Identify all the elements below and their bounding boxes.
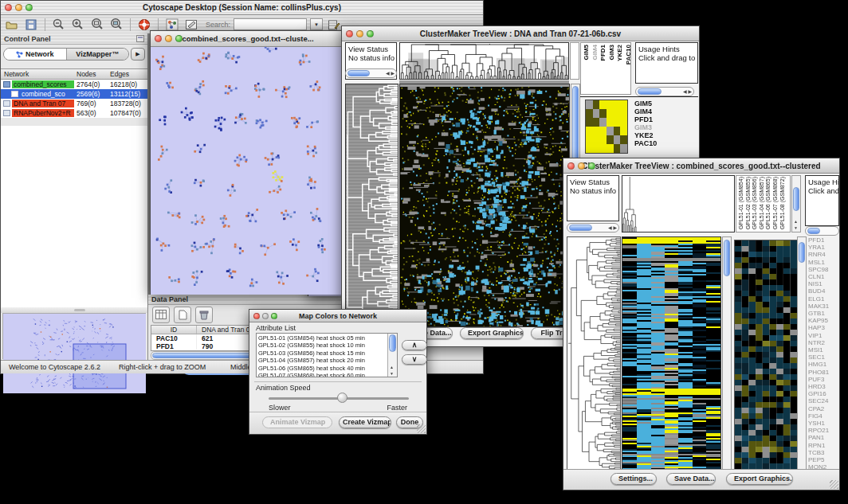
gene-label[interactable]: YRA1: [808, 244, 840, 251]
network-list-row[interactable]: RNAPuberNov2+R 563(0) 107847(0): [1, 108, 147, 118]
gene-label[interactable]: YSH1: [808, 420, 840, 427]
save-button[interactable]: [23, 18, 39, 32]
column-dendrogram-canvas[interactable]: [400, 43, 568, 79]
column-dendrogram-canvas[interactable]: [622, 176, 734, 232]
gene-label[interactable]: MSI1: [808, 346, 840, 354]
zoom-selected-icon[interactable]: [108, 18, 124, 32]
network-table-header[interactable]: Network Nodes Edges: [1, 68, 147, 80]
attribute-item[interactable]: GPL51-03 (GSM856) heat shock 15 min: [257, 350, 397, 357]
gene-label[interactable]: RPN1: [808, 442, 840, 449]
minimize-icon[interactable]: [578, 162, 585, 170]
gene-label[interactable]: MSL1: [808, 259, 840, 266]
gene-label[interactable]: RNR4: [808, 251, 840, 258]
network-view-canvas[interactable]: [151, 47, 345, 295]
tv1-heatmap-canvas[interactable]: [399, 84, 570, 327]
zoom-window-icon[interactable]: [588, 162, 595, 170]
gene-label[interactable]: SPC98: [808, 266, 840, 273]
gene-label[interactable]: HMG1: [808, 361, 840, 368]
resize-grip[interactable]: [830, 480, 838, 489]
gene-label[interactable]: VIP1: [808, 332, 840, 339]
attribute-item[interactable]: GPL51-07 (GSM868) heat shock 60 min: [257, 372, 397, 377]
row-dendrogram-canvas[interactable]: [345, 84, 398, 327]
animate-vizmap-button[interactable]: Animate Vizmap: [262, 416, 332, 428]
attribute-item[interactable]: GPL51-04 (GSM857) heat shock 20 min: [257, 357, 397, 364]
zoom-window-icon[interactable]: [367, 30, 374, 37]
gene-label[interactable]: GIM4: [634, 107, 657, 115]
close-icon[interactable]: [5, 4, 12, 11]
gene-label[interactable]: GTB1: [808, 310, 840, 317]
panel-splitter[interactable]: [1, 307, 147, 313]
close-icon[interactable]: [253, 313, 260, 319]
tv2-status-hscrollbar[interactable]: ◀ ▶: [567, 223, 619, 232]
treeview1-title-bar[interactable]: ClusterMaker TreeView : DNA and Tran 07-…: [342, 26, 699, 41]
tv2-global-vscrollbar[interactable]: [722, 236, 732, 471]
gene-label[interactable]: BUD4: [808, 287, 840, 295]
create-vizmap-button[interactable]: Create Vizmap: [339, 416, 391, 428]
minimize-icon[interactable]: [165, 35, 172, 42]
tv1-matrix-hscrollbar[interactable]: ◀ ▶: [635, 87, 694, 96]
gene-label[interactable]: TCB3: [808, 449, 840, 456]
network-view-title-bar[interactable]: combined_scores_good.txt--cluste...: [151, 31, 345, 47]
float-panel-icon[interactable]: [136, 35, 144, 42]
attribute-listbox[interactable]: GPL51-01 (GSM854) heat shock 05 minGPL51…: [256, 333, 398, 377]
close-icon[interactable]: [155, 35, 162, 42]
minimize-icon[interactable]: [262, 313, 269, 319]
network-overview-canvas[interactable]: [3, 314, 146, 393]
save-data-button[interactable]: Save Data...: [666, 473, 716, 485]
gene-label[interactable]: PAC10: [634, 139, 657, 147]
open-file-button[interactable]: [4, 18, 20, 32]
scroll-up-icon[interactable]: ▲: [794, 219, 798, 224]
tab-network[interactable]: Network: [4, 49, 66, 60]
gene-label[interactable]: PEP5: [808, 456, 840, 463]
gene-label[interactable]: PFD1: [808, 236, 840, 244]
speed-slider-thumb[interactable]: [337, 393, 347, 403]
move-up-button[interactable]: ∧: [402, 340, 427, 350]
gene-label[interactable]: CPA2: [808, 405, 840, 412]
search-dropdown-button[interactable]: ▼: [310, 18, 323, 30]
correlation-matrix[interactable]: [585, 100, 628, 154]
tv1-export-graphics-button[interactable]: Export Graphics...: [460, 327, 524, 339]
dialog-title-bar[interactable]: Map Colors to Network: [249, 310, 426, 322]
network-list-row[interactable]: combined_sco 2569(6) 13112(15): [1, 89, 147, 99]
gene-label[interactable]: GIM3: [634, 123, 657, 131]
network-list-row[interactable]: DNA and Tran 07 769(0) 183728(0): [1, 99, 147, 108]
tab-vizmapper[interactable]: VizMapper™: [66, 49, 129, 60]
select-attributes-icon[interactable]: [152, 307, 170, 323]
gene-label[interactable]: SEC1: [808, 354, 840, 361]
new-attribute-icon[interactable]: [174, 307, 191, 323]
gene-label[interactable]: HAP3: [808, 324, 840, 331]
tv2-column-dendrogram-panel[interactable]: [622, 175, 735, 232]
resize-grip[interactable]: [417, 424, 426, 433]
zoom-window-icon[interactable]: [175, 35, 183, 42]
scroll-up-icon[interactable]: ▲: [390, 365, 394, 369]
tv2-zoom-heatmap-canvas[interactable]: [734, 240, 798, 471]
gene-label[interactable]: SEC24: [808, 397, 840, 404]
gene-label[interactable]: GIM5: [634, 100, 657, 107]
tab-overflow-button[interactable]: ▶: [131, 48, 145, 61]
gene-label[interactable]: HRD3: [808, 383, 840, 390]
settings-button[interactable]: Settings...: [610, 473, 657, 485]
treeview2-title-bar[interactable]: ClusterMaker TreeView : combined_scores_…: [563, 158, 839, 174]
scroll-down-icon[interactable]: ▼: [794, 225, 798, 230]
gene-label[interactable]: CLN1: [808, 273, 840, 280]
zoom-in-icon[interactable]: [70, 18, 86, 32]
tv2-labels-vscrollbar[interactable]: ▲ ▼: [791, 175, 801, 232]
gene-label[interactable]: ELG1: [808, 295, 840, 303]
minimize-icon[interactable]: [15, 4, 22, 11]
gene-label[interactable]: MAK31: [808, 303, 840, 310]
gene-label[interactable]: RPO21: [808, 427, 840, 434]
annotation-icon[interactable]: [183, 18, 199, 32]
list-vscrollbar[interactable]: ▲ ▼: [387, 334, 397, 377]
export-graphics-button[interactable]: Export Graphics...: [726, 473, 793, 485]
main-title-bar[interactable]: Cytoscape Desktop (Session Name: collins…: [1, 1, 483, 15]
gene-label[interactable]: PUF3: [808, 376, 840, 383]
close-icon[interactable]: [346, 30, 353, 37]
gene-label[interactable]: YKE2: [634, 131, 657, 139]
gene-label[interactable]: GPI16: [808, 390, 840, 397]
network-overview-panel[interactable]: [2, 313, 146, 359]
gene-label[interactable]: PHO81: [808, 369, 840, 376]
zoom-out-icon[interactable]: [51, 18, 67, 32]
tv1-status-hscrollbar[interactable]: ◀ ▶: [345, 68, 397, 78]
tv2-usage-hscrollbar[interactable]: [805, 226, 839, 236]
zoom-window-icon[interactable]: [26, 4, 33, 11]
